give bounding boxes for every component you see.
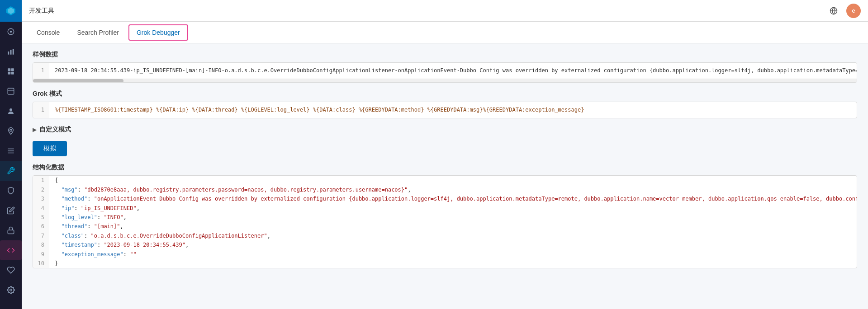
sample-data-content[interactable]: 2023-09-18 20:34:55.439-ip_IS_UNDEFINED-…	[49, 63, 857, 79]
svg-rect-9	[8, 72, 10, 75]
svg-point-14	[10, 129, 12, 131]
sidebar-item-settings[interactable]	[0, 280, 22, 300]
simulate-button[interactable]: 模拟	[33, 141, 67, 156]
grok-pattern-content[interactable]: %{TIMESTAMP_ISO8601:timestamp}-%{DATA:ip…	[49, 102, 857, 118]
svg-point-13	[9, 108, 12, 111]
json-line-content-1: {	[49, 176, 63, 185]
svg-point-19	[10, 289, 12, 291]
line-num-8: 8	[33, 240, 49, 249]
svg-point-3	[10, 31, 12, 33]
grok-pattern-title: Grok 模式	[33, 90, 857, 98]
line-num-6: 6	[33, 222, 49, 231]
user-avatar[interactable]: e	[846, 4, 861, 18]
table-row: 2 "msg": "dbd2870e8aaa, dubbo.registry.p…	[33, 185, 857, 194]
table-row: 10 }	[33, 259, 857, 268]
topbar-icons: e	[826, 4, 861, 18]
line-num-4: 4	[33, 204, 49, 213]
structured-data-title: 结构化数据	[33, 164, 857, 172]
sidebar-item-maps[interactable]	[0, 121, 22, 141]
sidebar-item-discover[interactable]	[0, 22, 22, 42]
table-row: 7 "class": "o.a.d.s.b.c.e.OverrideDubboC…	[33, 231, 857, 240]
main-area: 开发工具 e Console Search Profiler Grok Debu…	[22, 0, 868, 309]
sample-data-line-numbers: 1	[33, 63, 49, 79]
sample-data-scrollbar-area	[33, 79, 857, 82]
sample-data-title: 样例数据	[33, 51, 857, 59]
svg-rect-4	[8, 52, 9, 55]
json-line-content-3: "method": "onApplicationEvent-Dubbo Conf…	[49, 194, 857, 203]
sidebar-item-users[interactable]	[0, 101, 22, 121]
custom-mode-section[interactable]: ▶ 自定义模式	[33, 126, 857, 134]
sidebar-item-visualize[interactable]	[0, 42, 22, 61]
sidebar-item-devtools[interactable]	[0, 161, 22, 181]
sample-data-code[interactable]: 1 2023-09-18 20:34:55.439-ip_IS_UNDEFINE…	[33, 63, 857, 79]
sidebar-item-lock[interactable]	[0, 220, 22, 240]
sidebar-item-logs[interactable]	[0, 141, 22, 161]
json-line-content-6: "thread": "[main]",	[49, 222, 129, 231]
tab-grok-debugger[interactable]: Grok Debugger	[128, 24, 188, 41]
svg-rect-18	[8, 230, 14, 234]
sidebar	[0, 0, 22, 309]
svg-rect-10	[11, 72, 14, 75]
line-num-2: 2	[33, 185, 49, 194]
svg-rect-5	[10, 50, 12, 55]
json-line-content-5: "log_level": "INFO",	[49, 213, 132, 222]
sidebar-item-grok[interactable]	[0, 240, 22, 260]
line-num-7: 7	[33, 231, 49, 240]
line-num-5: 5	[33, 213, 49, 222]
json-line-content-7: "class": "o.a.d.s.b.c.e.OverrideDubboCon…	[49, 231, 276, 240]
table-row: 5 "log_level": "INFO",	[33, 213, 857, 222]
grok-pattern-block: 1 %{TIMESTAMP_ISO8601:timestamp}-%{DATA:…	[33, 102, 857, 118]
table-row: 9 "exception_message": ""	[33, 250, 857, 259]
json-line-content-4: "ip": "ip_IS_UNDEFINED",	[49, 204, 145, 213]
table-row: 6 "thread": "[main]",	[33, 222, 857, 231]
json-line-content-9: "exception_message": ""	[49, 250, 142, 259]
sidebar-item-security[interactable]	[0, 181, 22, 201]
structured-data-block: 1 { 2 "msg": "dbd2870e8aaa, dubbo.regist…	[33, 175, 857, 268]
svg-rect-7	[8, 68, 10, 71]
sample-data-block: 1 2023-09-18 20:34:55.439-ip_IS_UNDEFINE…	[33, 62, 857, 83]
table-row: 3 "method": "onApplicationEvent-Dubbo Co…	[33, 194, 857, 203]
custom-mode-chevron: ▶	[33, 126, 37, 133]
globe-icon[interactable]	[826, 4, 841, 18]
tab-search-profiler[interactable]: Search Profiler	[69, 25, 127, 40]
table-row: 8 "timestamp": "2023-09-18 20:34:55.439"…	[33, 240, 857, 249]
table-row: 1 {	[33, 176, 857, 185]
json-line-content-10: }	[49, 259, 63, 268]
sidebar-item-manage[interactable]	[0, 201, 22, 220]
app-title: 开发工具	[29, 7, 54, 15]
table-row: 4 "ip": "ip_IS_UNDEFINED",	[33, 204, 857, 213]
grok-pattern-code[interactable]: 1 %{TIMESTAMP_ISO8601:timestamp}-%{DATA:…	[33, 102, 857, 118]
line-num-9: 9	[33, 250, 49, 259]
content-area: 样例数据 1 2023-09-18 20:34:55.439-ip_IS_UND…	[22, 43, 868, 309]
line-num-10: 10	[33, 259, 49, 268]
tabbar: Console Search Profiler Grok Debugger	[22, 22, 868, 43]
json-line-content-2: "msg": "dbd2870e8aaa, dubbo.registry.par…	[49, 185, 417, 194]
grok-pattern-line-numbers: 1	[33, 102, 49, 118]
sidebar-item-dashboard[interactable]	[0, 61, 22, 81]
app-logo[interactable]	[0, 0, 22, 22]
line-num-3: 3	[33, 194, 49, 203]
json-line-content-8: "timestamp": "2023-09-18 20:34:55.439",	[49, 240, 194, 249]
json-lines-container: 1 { 2 "msg": "dbd2870e8aaa, dubbo.regist…	[33, 176, 857, 268]
tab-console[interactable]: Console	[29, 25, 67, 40]
svg-rect-8	[11, 68, 14, 71]
sidebar-item-canvas[interactable]	[0, 81, 22, 101]
sidebar-item-monitoring[interactable]	[0, 260, 22, 280]
svg-rect-6	[13, 49, 14, 55]
line-num-1: 1	[33, 176, 49, 185]
sample-data-scrollbar-thumb[interactable]	[33, 79, 123, 83]
topbar: 开发工具 e	[22, 0, 868, 22]
svg-rect-11	[8, 88, 14, 94]
custom-mode-label: 自定义模式	[39, 126, 71, 134]
